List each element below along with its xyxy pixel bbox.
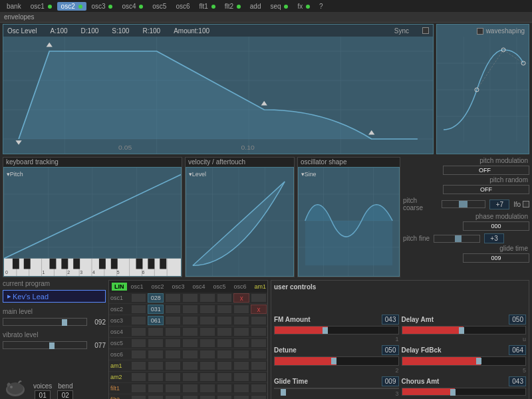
fm-amount-slider[interactable]	[274, 326, 399, 335]
glide-time-uc-slider[interactable]	[274, 388, 399, 389]
cell-osc1-osc2[interactable]: 028	[148, 293, 164, 303]
vibrato-level-slider[interactable]	[3, 341, 87, 349]
attack-label[interactable]: A:100	[50, 27, 67, 35]
velocity-graph[interactable]: ▾Level	[186, 167, 294, 277]
chorus-amt-slider[interactable]	[402, 388, 527, 396]
cell-am1-7[interactable]	[233, 361, 249, 370]
voices-value[interactable]: 01	[35, 390, 51, 399]
lfo-checkbox[interactable]	[523, 201, 529, 207]
cell-osc3-osc4[interactable]	[182, 316, 198, 325]
glide-time-slider[interactable]: 009	[463, 253, 529, 263]
cell-f2-4[interactable]	[182, 395, 198, 399]
cell-am2-4[interactable]	[182, 372, 198, 382]
cell-osc2-osc5[interactable]	[200, 305, 215, 314]
cell-osc4-6[interactable]	[217, 327, 233, 336]
nav-osc5[interactable]: osc5	[148, 2, 170, 11]
delay-amt-slider[interactable]	[402, 326, 527, 335]
cell-osc3-osc6[interactable]	[217, 316, 233, 325]
cell-osc4-8[interactable]	[251, 327, 267, 336]
cell-osc3-osc1[interactable]	[131, 316, 147, 325]
cell-osc6-4[interactable]	[182, 350, 198, 359]
program-name-box[interactable]: ▸ Kev's Lead	[3, 290, 106, 303]
cell-am2-2[interactable]	[148, 372, 164, 382]
cell-f1-7[interactable]	[233, 384, 249, 393]
cell-am1-5[interactable]	[200, 361, 215, 370]
cell-osc4-7[interactable]	[233, 327, 249, 336]
cell-osc6-6[interactable]	[217, 350, 233, 359]
cell-am1-6[interactable]	[217, 361, 233, 370]
cell-f1-3[interactable]	[165, 384, 181, 393]
cell-osc2-am2[interactable]: x	[251, 305, 267, 314]
cell-osc5-1[interactable]	[131, 338, 147, 348]
cell-osc4-4[interactable]	[182, 327, 198, 336]
nav-osc6[interactable]: osc6	[172, 2, 194, 11]
nav-seq[interactable]: seq	[267, 2, 293, 11]
main-level-slider[interactable]	[3, 318, 87, 326]
cell-osc5-6[interactable]	[217, 338, 233, 348]
sustain-label[interactable]: S:100	[112, 27, 129, 35]
cell-osc6-8[interactable]	[251, 350, 267, 359]
cell-osc3-am1[interactable]	[233, 316, 249, 325]
cell-f1-4[interactable]	[182, 384, 198, 393]
pitch-random-slider[interactable]: OFF	[443, 185, 529, 194]
nav-osc4[interactable]: osc4	[118, 2, 147, 11]
pitch-mod-slider[interactable]: OFF	[443, 166, 529, 175]
nav-help[interactable]: ?	[315, 2, 327, 11]
cell-osc4-2[interactable]	[148, 327, 164, 336]
cell-osc5-5[interactable]	[200, 338, 215, 348]
cell-osc2-osc6[interactable]	[217, 305, 233, 314]
cell-osc6-1[interactable]	[131, 350, 147, 359]
cell-am1-8[interactable]	[251, 361, 267, 370]
cell-osc3-osc3[interactable]	[165, 316, 181, 325]
cell-f1-2[interactable]	[148, 384, 164, 393]
cell-osc1-osc6[interactable]	[217, 293, 233, 303]
cell-am1-4[interactable]	[182, 361, 198, 370]
nav-add[interactable]: add	[246, 2, 265, 11]
cell-f2-1[interactable]	[131, 395, 147, 399]
cell-f1-8[interactable]	[251, 384, 267, 393]
osc-shape-canvas[interactable]: ▾Sine	[298, 167, 400, 277]
pitch-fine-slider[interactable]	[434, 235, 480, 243]
cell-osc5-8[interactable]	[251, 338, 267, 348]
nav-osc3[interactable]: osc3	[88, 2, 117, 11]
cell-am2-8[interactable]	[251, 372, 267, 382]
cell-f2-5[interactable]	[200, 395, 215, 399]
nav-bank[interactable]: bank	[3, 2, 25, 11]
cell-f1-5[interactable]	[200, 384, 215, 393]
cell-osc5-3[interactable]	[165, 338, 181, 348]
cell-osc3-am2[interactable]	[251, 316, 267, 325]
cell-osc2-osc2[interactable]: 031	[148, 305, 164, 314]
cell-osc6-7[interactable]	[233, 350, 249, 359]
cell-osc3-osc5[interactable]	[200, 316, 215, 325]
cell-am2-1[interactable]	[131, 372, 147, 382]
cell-osc1-am2[interactable]	[251, 293, 267, 303]
phase-mod-slider[interactable]: 000	[463, 221, 529, 231]
waveshaping-checkbox[interactable]	[477, 28, 483, 35]
cell-osc1-osc5[interactable]	[200, 293, 215, 303]
cell-am2-6[interactable]	[217, 372, 233, 382]
keyboard-tracking-graph[interactable]: ▾Pitch	[3, 167, 182, 277]
cell-am1-2[interactable]	[148, 361, 164, 370]
cell-osc1-osc4[interactable]	[182, 293, 198, 303]
envelope-canvas[interactable]: 0.05 0.10	[3, 37, 433, 154]
cell-osc2-osc1[interactable]	[131, 305, 147, 314]
nav-flt2[interactable]: flt2	[221, 2, 245, 11]
cell-osc5-7[interactable]	[233, 338, 249, 348]
release-label[interactable]: R:100	[142, 27, 160, 35]
cell-osc4-3[interactable]	[165, 327, 181, 336]
cell-osc6-5[interactable]	[200, 350, 215, 359]
cell-f2-8[interactable]	[251, 395, 267, 399]
lin-button[interactable]: LIN	[112, 283, 127, 291]
bend-value[interactable]: 02	[57, 390, 73, 399]
cell-osc1-osc1[interactable]	[131, 293, 147, 303]
cell-osc2-am1[interactable]	[233, 305, 249, 314]
cell-osc6-3[interactable]	[165, 350, 181, 359]
nav-osc1[interactable]: osc1	[27, 2, 56, 11]
cell-osc6-2[interactable]	[148, 350, 164, 359]
cell-f2-6[interactable]	[217, 395, 233, 399]
cell-osc5-4[interactable]	[182, 338, 198, 348]
cell-osc3-osc2[interactable]: 061	[148, 316, 164, 325]
cell-osc5-2[interactable]	[148, 338, 164, 348]
nav-osc2[interactable]: osc2	[57, 2, 86, 11]
cell-osc1-am1[interactable]: x	[233, 293, 249, 303]
